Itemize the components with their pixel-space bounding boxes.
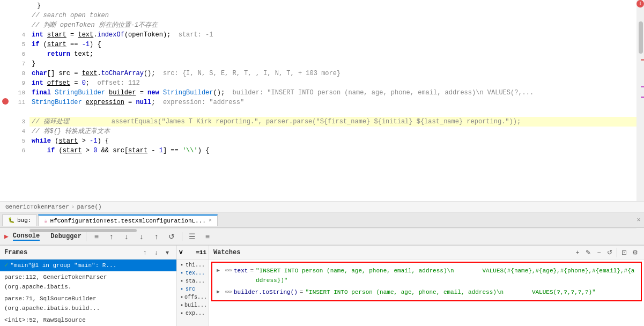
frames-controls: ↑ ↓ ▾ <box>140 248 172 257</box>
watches-sep <box>617 248 617 257</box>
frame-label-3: <init>:52, RawSqlSource (org.apache.ibat… <box>4 315 172 326</box>
breadcrumb-part1: GenericTokenParser <box>5 204 69 210</box>
watches-toolbar: + ✎ − ↺ ⊡ ⚙ <box>573 248 640 257</box>
code-line: int start = text.indexOf(openToken); sta… <box>29 30 636 40</box>
line-numbers: 4 5 6 7 8 9 10 11 3 4 5 6 <box>11 0 29 201</box>
code-line: int offset = 0; offset: 112 <box>29 78 636 88</box>
watch-type-icon2: ∞∞ <box>225 287 232 297</box>
watches-content: ▶ ∞∞ text = "INSERT INTO person (name, a… <box>209 260 644 303</box>
console-icon: ▶ <box>4 232 9 241</box>
close-panel-button[interactable]: × <box>633 215 644 226</box>
error-badge: ! <box>636 0 644 8</box>
tab-active-label: HfConfigurationTest.testXmlConfiguration… <box>50 218 205 224</box>
breakpoint-gutter <box>0 0 11 201</box>
horizontal-scrollbar[interactable] <box>29 228 636 232</box>
watches-add-button[interactable]: + <box>573 248 582 257</box>
tab-active[interactable]: ☕ HfConfigurationTest.testXmlConfigurati… <box>38 214 218 226</box>
v-item-buil[interactable]: ▪ buil... <box>179 302 206 309</box>
frame-label-0: "main"@1 in group "main": R... <box>10 261 116 270</box>
code-content: } // search open token // 判断 openToken 所… <box>29 0 636 201</box>
code-editor: 4 5 6 7 8 9 10 11 3 4 5 6 } <box>0 0 644 201</box>
frame-item-2[interactable]: parse:71, SqlSourceBuilder (org.apache.i… <box>0 293 176 314</box>
code-line: // 将${} 转换成正常文本 <box>29 127 636 136</box>
watch-row-builder[interactable]: ▶ ∞∞ builder.toString() = "INSERT INTO p… <box>214 286 639 298</box>
breadcrumb: GenericTokenParser › parse() <box>0 201 644 213</box>
frames-header: Frames ↑ ↓ ▾ <box>0 246 176 260</box>
watch-type-icon: ∞∞ <box>225 266 232 276</box>
watches-remove-button[interactable]: − <box>594 248 604 257</box>
watch-border-box: ▶ ∞∞ text = "INSERT INTO person (name, a… <box>211 262 642 301</box>
v-item-thi[interactable]: ▪ thi... <box>179 262 206 269</box>
v-item-offs[interactable]: ▪ offs... <box>179 294 206 301</box>
code-line: char[] src = text.toCharArray(); src: {I… <box>29 69 636 78</box>
scrollbar-thumb-horizontal <box>29 229 137 232</box>
watch-row-text[interactable]: ▶ ∞∞ text = "INSERT INTO person (name, a… <box>214 265 639 286</box>
code-line: } <box>29 1 636 11</box>
code-line <box>29 107 636 117</box>
breadcrumb-part2: parse() <box>77 204 101 210</box>
frames-panel: Frames ↑ ↓ ▾ ✓ "main"@1 in group "main":… <box>0 246 177 326</box>
expand-icon: ▶ <box>217 266 225 276</box>
watches-settings-button[interactable]: ⚙ <box>630 248 640 257</box>
code-line: } <box>29 59 636 69</box>
code-line: // search open token <box>29 11 636 20</box>
java-icon: ☕ <box>44 218 47 224</box>
toolbar-separator <box>86 232 86 241</box>
v-item-tex[interactable]: ▪ tex... <box>179 270 206 277</box>
code-line: StringBuilder expression = null; express… <box>29 98 636 107</box>
frames-down-button[interactable]: ↓ <box>151 248 161 257</box>
frames-filter-button[interactable]: ▾ <box>162 248 172 257</box>
code-line-highlighted: // 循环处理 assertEquals("James T Kirk repor… <box>29 117 636 127</box>
code-line: final StringBuilder builder = new String… <box>29 88 636 98</box>
frame-item-0[interactable]: ✓ "main"@1 in group "main": R... <box>0 260 176 271</box>
editor-scrollbar[interactable] <box>636 0 644 201</box>
tab-bug-label: bug: <box>17 217 31 224</box>
frame-check-icon: ✓ <box>4 261 8 270</box>
code-line: if (start > 0 && src[start - 1] == '\\')… <box>29 146 636 155</box>
breadcrumb-separator: › <box>71 204 75 210</box>
expand-icon2: ▶ <box>217 287 225 297</box>
watches-panel: Watches + ✎ − ↺ ⊡ ⚙ ▶ ∞∞ <box>209 246 644 326</box>
code-line: // 判断 openToken 所在的位置-1不存在 <box>29 20 636 30</box>
frame-label-2: parse:71, SqlSourceBuilder (org.apache.i… <box>4 294 172 313</box>
tab-close-icon[interactable]: × <box>209 218 212 224</box>
tab-bar: 🐛 bug: ☕ HfConfigurationTest.testXmlConf… <box>0 213 644 228</box>
v-panel-items: ▪ thi... ▪ tex... ▪ sta... ▪ src ▪ off <box>177 260 209 319</box>
frame-item-3[interactable]: <init>:52, RawSqlSource (org.apache.ibat… <box>0 314 176 326</box>
code-line: while (start > -1) { <box>29 136 636 146</box>
v-label: V <box>179 249 183 256</box>
toolbar-separator2 <box>182 232 182 241</box>
code-line: return text; <box>29 49 636 59</box>
watches-layout-button[interactable]: ⊡ <box>619 248 629 257</box>
watches-refresh-button[interactable]: ↺ <box>605 248 615 257</box>
v-item-sta[interactable]: ▪ sta... <box>179 278 206 285</box>
v-item-exp[interactable]: ▪ exp... <box>179 310 206 317</box>
v-item-src[interactable]: ▪ src <box>179 286 206 293</box>
frames-up-button[interactable]: ↑ <box>140 248 150 257</box>
frame-label-1: parse:112, GenericTokenParser (org.apach… <box>4 272 172 292</box>
code-line: if (start == -1) { <box>29 40 636 49</box>
bug-icon: 🐛 <box>8 217 14 224</box>
v-count: =11 <box>196 249 206 256</box>
watches-title: Watches <box>213 249 240 256</box>
watches-header: Watches + ✎ − ↺ ⊡ ⚙ <box>209 246 644 260</box>
frame-item-1[interactable]: parse:112, GenericTokenParser (org.apach… <box>0 271 176 293</box>
v-panel-header: V =11 <box>177 246 209 260</box>
bottom-panel: Frames ↑ ↓ ▾ ✓ "main"@1 in group "main":… <box>0 245 644 326</box>
watches-edit-button[interactable]: ✎ <box>583 248 593 257</box>
console-tab[interactable]: Console <box>13 232 40 241</box>
tab-bug[interactable]: 🐛 bug: <box>2 214 37 226</box>
frames-title: Frames <box>4 249 27 256</box>
frames-list: ✓ "main"@1 in group "main": R... parse:1… <box>0 260 176 326</box>
debugger-tab[interactable]: Debugger <box>50 233 82 240</box>
v-panel: V =11 ▪ thi... ▪ tex... ▪ sta... ▪ <box>177 246 209 326</box>
